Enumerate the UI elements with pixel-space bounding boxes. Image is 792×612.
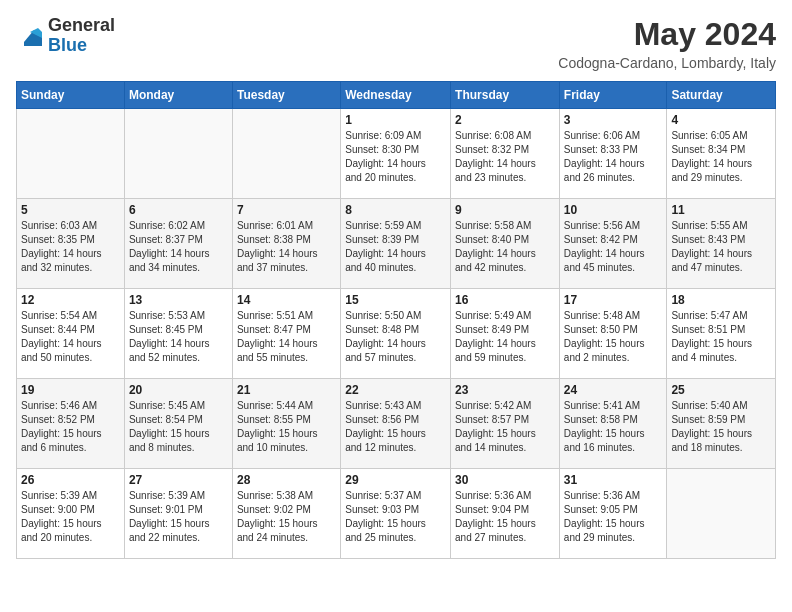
calendar-cell: 12Sunrise: 5:54 AM Sunset: 8:44 PM Dayli… xyxy=(17,289,125,379)
day-number: 5 xyxy=(21,203,120,217)
calendar-cell: 1Sunrise: 6:09 AM Sunset: 8:30 PM Daylig… xyxy=(341,109,451,199)
day-info: Sunrise: 6:09 AM Sunset: 8:30 PM Dayligh… xyxy=(345,129,446,185)
weekday-header-thursday: Thursday xyxy=(451,82,560,109)
calendar-cell: 3Sunrise: 6:06 AM Sunset: 8:33 PM Daylig… xyxy=(559,109,667,199)
calendar-cell: 25Sunrise: 5:40 AM Sunset: 8:59 PM Dayli… xyxy=(667,379,776,469)
calendar-cell: 8Sunrise: 5:59 AM Sunset: 8:39 PM Daylig… xyxy=(341,199,451,289)
day-info: Sunrise: 6:06 AM Sunset: 8:33 PM Dayligh… xyxy=(564,129,663,185)
calendar-cell: 21Sunrise: 5:44 AM Sunset: 8:55 PM Dayli… xyxy=(232,379,340,469)
day-info: Sunrise: 5:36 AM Sunset: 9:05 PM Dayligh… xyxy=(564,489,663,545)
day-number: 27 xyxy=(129,473,228,487)
day-info: Sunrise: 5:37 AM Sunset: 9:03 PM Dayligh… xyxy=(345,489,446,545)
day-number: 1 xyxy=(345,113,446,127)
day-info: Sunrise: 5:43 AM Sunset: 8:56 PM Dayligh… xyxy=(345,399,446,455)
day-info: Sunrise: 5:41 AM Sunset: 8:58 PM Dayligh… xyxy=(564,399,663,455)
day-number: 17 xyxy=(564,293,663,307)
day-info: Sunrise: 5:39 AM Sunset: 9:01 PM Dayligh… xyxy=(129,489,228,545)
day-number: 12 xyxy=(21,293,120,307)
day-info: Sunrise: 5:44 AM Sunset: 8:55 PM Dayligh… xyxy=(237,399,336,455)
logo: General Blue xyxy=(16,16,115,56)
day-number: 28 xyxy=(237,473,336,487)
day-number: 18 xyxy=(671,293,771,307)
day-info: Sunrise: 5:50 AM Sunset: 8:48 PM Dayligh… xyxy=(345,309,446,365)
day-info: Sunrise: 5:46 AM Sunset: 8:52 PM Dayligh… xyxy=(21,399,120,455)
page-header: General Blue May 2024 Codogna-Cardano, L… xyxy=(16,16,776,71)
day-number: 4 xyxy=(671,113,771,127)
week-row-3: 12Sunrise: 5:54 AM Sunset: 8:44 PM Dayli… xyxy=(17,289,776,379)
day-info: Sunrise: 5:56 AM Sunset: 8:42 PM Dayligh… xyxy=(564,219,663,275)
day-number: 29 xyxy=(345,473,446,487)
day-number: 20 xyxy=(129,383,228,397)
calendar-cell: 9Sunrise: 5:58 AM Sunset: 8:40 PM Daylig… xyxy=(451,199,560,289)
calendar-cell: 5Sunrise: 6:03 AM Sunset: 8:35 PM Daylig… xyxy=(17,199,125,289)
calendar-cell: 15Sunrise: 5:50 AM Sunset: 8:48 PM Dayli… xyxy=(341,289,451,379)
day-info: Sunrise: 5:55 AM Sunset: 8:43 PM Dayligh… xyxy=(671,219,771,275)
calendar-cell: 22Sunrise: 5:43 AM Sunset: 8:56 PM Dayli… xyxy=(341,379,451,469)
day-number: 6 xyxy=(129,203,228,217)
day-info: Sunrise: 6:08 AM Sunset: 8:32 PM Dayligh… xyxy=(455,129,555,185)
day-info: Sunrise: 5:39 AM Sunset: 9:00 PM Dayligh… xyxy=(21,489,120,545)
calendar-cell xyxy=(124,109,232,199)
calendar-cell: 23Sunrise: 5:42 AM Sunset: 8:57 PM Dayli… xyxy=(451,379,560,469)
calendar-cell: 30Sunrise: 5:36 AM Sunset: 9:04 PM Dayli… xyxy=(451,469,560,559)
calendar-cell: 10Sunrise: 5:56 AM Sunset: 8:42 PM Dayli… xyxy=(559,199,667,289)
day-info: Sunrise: 5:51 AM Sunset: 8:47 PM Dayligh… xyxy=(237,309,336,365)
weekday-header-monday: Monday xyxy=(124,82,232,109)
day-number: 23 xyxy=(455,383,555,397)
calendar-cell: 14Sunrise: 5:51 AM Sunset: 8:47 PM Dayli… xyxy=(232,289,340,379)
calendar-cell: 11Sunrise: 5:55 AM Sunset: 8:43 PM Dayli… xyxy=(667,199,776,289)
calendar-cell: 13Sunrise: 5:53 AM Sunset: 8:45 PM Dayli… xyxy=(124,289,232,379)
weekday-header-row: SundayMondayTuesdayWednesdayThursdayFrid… xyxy=(17,82,776,109)
week-row-2: 5Sunrise: 6:03 AM Sunset: 8:35 PM Daylig… xyxy=(17,199,776,289)
day-number: 9 xyxy=(455,203,555,217)
day-number: 25 xyxy=(671,383,771,397)
day-number: 10 xyxy=(564,203,663,217)
day-info: Sunrise: 5:42 AM Sunset: 8:57 PM Dayligh… xyxy=(455,399,555,455)
day-number: 24 xyxy=(564,383,663,397)
day-info: Sunrise: 5:38 AM Sunset: 9:02 PM Dayligh… xyxy=(237,489,336,545)
calendar-cell xyxy=(232,109,340,199)
day-info: Sunrise: 5:48 AM Sunset: 8:50 PM Dayligh… xyxy=(564,309,663,365)
day-info: Sunrise: 6:05 AM Sunset: 8:34 PM Dayligh… xyxy=(671,129,771,185)
day-number: 11 xyxy=(671,203,771,217)
logo-text: General Blue xyxy=(48,16,115,56)
calendar-cell: 31Sunrise: 5:36 AM Sunset: 9:05 PM Dayli… xyxy=(559,469,667,559)
calendar-cell: 19Sunrise: 5:46 AM Sunset: 8:52 PM Dayli… xyxy=(17,379,125,469)
logo-icon xyxy=(16,22,44,50)
day-number: 31 xyxy=(564,473,663,487)
day-number: 22 xyxy=(345,383,446,397)
week-row-5: 26Sunrise: 5:39 AM Sunset: 9:00 PM Dayli… xyxy=(17,469,776,559)
day-number: 8 xyxy=(345,203,446,217)
calendar-cell xyxy=(667,469,776,559)
calendar-cell: 29Sunrise: 5:37 AM Sunset: 9:03 PM Dayli… xyxy=(341,469,451,559)
logo-general: General xyxy=(48,16,115,36)
week-row-1: 1Sunrise: 6:09 AM Sunset: 8:30 PM Daylig… xyxy=(17,109,776,199)
calendar-cell: 7Sunrise: 6:01 AM Sunset: 8:38 PM Daylig… xyxy=(232,199,340,289)
weekday-header-friday: Friday xyxy=(559,82,667,109)
day-number: 13 xyxy=(129,293,228,307)
weekday-header-wednesday: Wednesday xyxy=(341,82,451,109)
weekday-header-tuesday: Tuesday xyxy=(232,82,340,109)
week-row-4: 19Sunrise: 5:46 AM Sunset: 8:52 PM Dayli… xyxy=(17,379,776,469)
logo-blue: Blue xyxy=(48,36,115,56)
day-info: Sunrise: 6:03 AM Sunset: 8:35 PM Dayligh… xyxy=(21,219,120,275)
day-info: Sunrise: 5:47 AM Sunset: 8:51 PM Dayligh… xyxy=(671,309,771,365)
day-number: 19 xyxy=(21,383,120,397)
calendar-cell: 26Sunrise: 5:39 AM Sunset: 9:00 PM Dayli… xyxy=(17,469,125,559)
calendar-cell: 16Sunrise: 5:49 AM Sunset: 8:49 PM Dayli… xyxy=(451,289,560,379)
calendar-cell: 24Sunrise: 5:41 AM Sunset: 8:58 PM Dayli… xyxy=(559,379,667,469)
weekday-header-sunday: Sunday xyxy=(17,82,125,109)
day-info: Sunrise: 6:02 AM Sunset: 8:37 PM Dayligh… xyxy=(129,219,228,275)
day-info: Sunrise: 5:36 AM Sunset: 9:04 PM Dayligh… xyxy=(455,489,555,545)
day-info: Sunrise: 5:45 AM Sunset: 8:54 PM Dayligh… xyxy=(129,399,228,455)
calendar-cell: 4Sunrise: 6:05 AM Sunset: 8:34 PM Daylig… xyxy=(667,109,776,199)
calendar-cell: 27Sunrise: 5:39 AM Sunset: 9:01 PM Dayli… xyxy=(124,469,232,559)
day-number: 30 xyxy=(455,473,555,487)
calendar-cell: 18Sunrise: 5:47 AM Sunset: 8:51 PM Dayli… xyxy=(667,289,776,379)
calendar-cell: 20Sunrise: 5:45 AM Sunset: 8:54 PM Dayli… xyxy=(124,379,232,469)
calendar-cell: 2Sunrise: 6:08 AM Sunset: 8:32 PM Daylig… xyxy=(451,109,560,199)
weekday-header-saturday: Saturday xyxy=(667,82,776,109)
day-info: Sunrise: 5:59 AM Sunset: 8:39 PM Dayligh… xyxy=(345,219,446,275)
day-number: 26 xyxy=(21,473,120,487)
day-info: Sunrise: 5:53 AM Sunset: 8:45 PM Dayligh… xyxy=(129,309,228,365)
